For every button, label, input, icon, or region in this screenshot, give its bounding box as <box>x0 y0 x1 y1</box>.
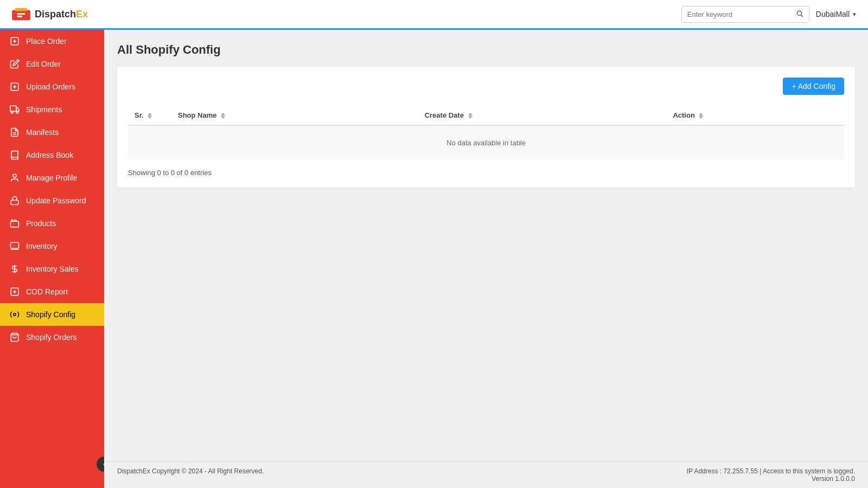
sort-date-icon <box>468 113 473 119</box>
sidebar-label: COD Report <box>26 287 68 296</box>
ip-info: IP Address : 72.255.7.55 | Access to thi… <box>687 467 855 475</box>
svg-rect-20 <box>11 242 19 248</box>
upload-orders-icon <box>9 81 21 93</box>
place-order-icon <box>9 35 21 47</box>
add-config-button[interactable]: + Add Config <box>783 78 844 95</box>
sidebar-collapse-button[interactable]: ‹ <box>97 457 104 472</box>
config-card: + Add Config Sr. <box>117 67 855 188</box>
svg-rect-1 <box>15 8 28 11</box>
no-data-cell: No data available in table <box>128 125 844 160</box>
table-header-row: Sr. Shop Name <box>128 106 844 125</box>
svg-rect-12 <box>10 106 16 111</box>
col-sr[interactable]: Sr. <box>128 106 171 125</box>
sidebar-item-inventory-sales[interactable]: Inventory Sales <box>0 258 104 280</box>
sidebar-label: Address Book <box>26 151 73 159</box>
col-create-date[interactable]: Create Date <box>418 106 667 125</box>
edit-order-icon <box>9 58 21 70</box>
sidebar-label: Manifests <box>26 128 59 137</box>
svg-rect-18 <box>11 200 18 204</box>
sidebar-item-manifests[interactable]: Manifests <box>0 121 104 144</box>
version-text: Version 1.0.0.0 <box>687 475 855 483</box>
main-area: All Shopify Config + Add Config Sr. <box>104 30 868 488</box>
sidebar-item-shipments[interactable]: Shipments <box>0 98 104 121</box>
svg-line-5 <box>801 15 802 16</box>
manifests-icon <box>9 126 21 138</box>
sidebar-label: Products <box>26 219 56 228</box>
shopify-config-icon <box>9 309 21 320</box>
sidebar-item-products[interactable]: Products <box>0 212 104 235</box>
sidebar-item-cod-report[interactable]: COD Report <box>0 280 104 303</box>
manage-profile-icon <box>9 172 21 184</box>
entries-count: Showing 0 to 0 of 0 entries <box>128 169 212 177</box>
sort-action-icon <box>699 113 703 119</box>
config-table: Sr. Shop Name <box>128 106 844 160</box>
col-action[interactable]: Action <box>666 106 844 125</box>
topbar: DispatchEx DubaiMall ▼ <box>0 0 868 30</box>
sidebar-label: Edit Order <box>26 60 61 68</box>
inventory-icon <box>9 240 21 252</box>
sidebar-label: Update Password <box>26 196 86 205</box>
sort-sr-icon <box>148 113 152 119</box>
table-wrapper: Sr. Shop Name <box>128 106 844 160</box>
svg-rect-3 <box>17 16 22 17</box>
sidebar-item-shopify-orders[interactable]: Shopify Orders <box>0 326 104 349</box>
svg-point-26 <box>14 313 16 316</box>
svg-point-17 <box>13 174 16 177</box>
sidebar-label: Place Order <box>26 37 67 46</box>
sidebar-item-shopify-config[interactable]: Shopify Config <box>0 303 104 326</box>
search-input[interactable] <box>682 7 790 22</box>
card-toolbar: + Add Config <box>128 78 844 95</box>
copyright-text: DispatchEx Copyright © 2024 - All Right … <box>117 467 264 483</box>
svg-rect-0 <box>12 10 30 21</box>
user-name: DubaiMall <box>816 10 850 18</box>
sidebar-label: Inventory Sales <box>26 265 79 273</box>
sidebar-label: Shopify Config <box>26 310 75 319</box>
footer: DispatchEx Copyright © 2024 - All Right … <box>104 461 868 488</box>
sort-shop-icon <box>221 113 225 119</box>
svg-point-13 <box>11 111 13 113</box>
shipments-icon <box>9 104 21 115</box>
table-footer: Showing 0 to 0 of 0 entries <box>128 169 844 177</box>
search-button[interactable] <box>790 7 809 22</box>
logo-icon <box>11 6 31 22</box>
layout: Place Order Edit Order Upload Orders Shi… <box>0 30 868 488</box>
sidebar: Place Order Edit Order Upload Orders Shi… <box>0 30 104 488</box>
page-title: All Shopify Config <box>117 43 855 57</box>
update-password-icon <box>9 195 21 207</box>
user-dropdown[interactable]: DubaiMall ▼ <box>816 10 857 18</box>
sidebar-item-place-order[interactable]: Place Order <box>0 30 104 53</box>
footer-right: IP Address : 72.255.7.55 | Access to thi… <box>687 467 855 483</box>
logo: DispatchEx <box>11 6 88 22</box>
sidebar-item-manage-profile[interactable]: Manage Profile <box>0 166 104 189</box>
address-book-icon <box>9 149 21 161</box>
sidebar-item-inventory[interactable]: Inventory <box>0 235 104 258</box>
chevron-down-icon: ▼ <box>852 11 857 17</box>
no-data-row: No data available in table <box>128 125 844 160</box>
sidebar-item-upload-orders[interactable]: Upload Orders <box>0 75 104 98</box>
svg-point-4 <box>797 11 801 15</box>
topbar-right: DubaiMall ▼ <box>681 6 857 23</box>
logo-text: DispatchEx <box>35 9 88 20</box>
products-icon <box>9 217 21 229</box>
col-shop-name[interactable]: Shop Name <box>171 106 418 125</box>
shopify-orders-icon <box>9 331 21 343</box>
content-area: All Shopify Config + Add Config Sr. <box>104 30 868 461</box>
search-box[interactable] <box>681 6 809 23</box>
svg-rect-19 <box>11 221 19 227</box>
sidebar-item-address-book[interactable]: Address Book <box>0 144 104 166</box>
sidebar-label: Manage Profile <box>26 174 77 182</box>
svg-rect-2 <box>17 13 25 15</box>
collapse-icon: ‹ <box>103 460 104 468</box>
svg-point-14 <box>16 111 18 113</box>
inventory-sales-icon <box>9 263 21 275</box>
sidebar-label: Shopify Orders <box>26 333 76 342</box>
sidebar-label: Inventory <box>26 242 58 251</box>
sidebar-label: Shipments <box>26 105 62 114</box>
sidebar-item-edit-order[interactable]: Edit Order <box>0 53 104 75</box>
cod-report-icon <box>9 286 21 298</box>
sidebar-label: Upload Orders <box>26 82 75 91</box>
sidebar-item-update-password[interactable]: Update Password <box>0 189 104 212</box>
